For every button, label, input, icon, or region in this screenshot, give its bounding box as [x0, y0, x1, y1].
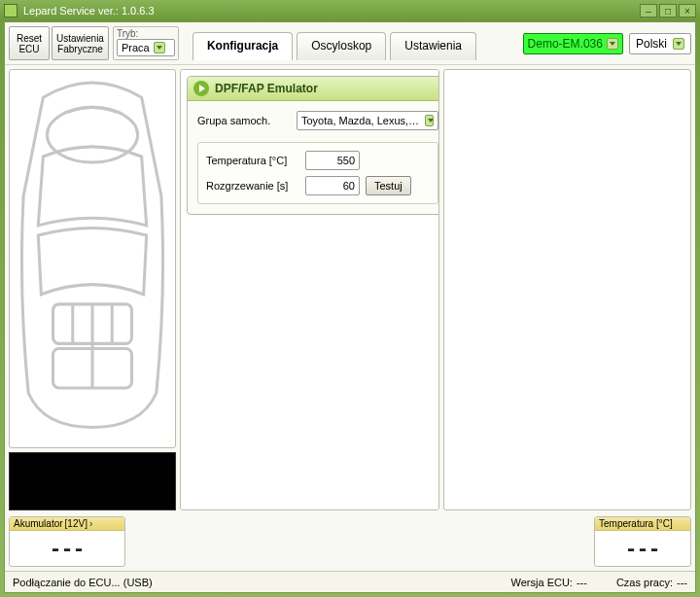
- app-icon: [4, 4, 18, 18]
- mode-box: Tryb: Praca: [113, 26, 179, 60]
- ecu-version-label: Wersja ECU:: [511, 577, 573, 588]
- battery-gauge-unit: [12V]: [65, 518, 88, 529]
- left-column: [9, 69, 176, 510]
- language-label: Polski: [636, 37, 667, 51]
- temperature-gauge-label: Temperatura [°C]: [599, 518, 673, 529]
- warmup-input[interactable]: [305, 176, 360, 195]
- statusbar: Podłączanie do ECU... (USB) Wersja ECU: …: [5, 571, 695, 592]
- uptime-value: ---: [677, 577, 687, 588]
- temperature-label: Temperatura [°C]: [206, 155, 299, 166]
- window-title: Lepard Service ver.: 1.0.6.3: [23, 5, 640, 17]
- expand-icon[interactable]: ›: [89, 518, 92, 529]
- chevron-down-icon: [673, 38, 684, 50]
- client-area: Reset ECU Ustawienia Fabryczne Tryb: Pra…: [4, 21, 696, 593]
- battery-gauge-label: Akumulator: [14, 518, 63, 529]
- factory-settings-button[interactable]: Ustawienia Fabryczne: [52, 26, 109, 60]
- minimize-button[interactable]: –: [640, 4, 657, 18]
- device-combo[interactable]: Demo-EM.036: [523, 33, 623, 54]
- temperature-gauge: Temperatura [°C] ---: [594, 516, 691, 567]
- car-diagram-icon: [14, 78, 171, 433]
- battery-gauge: Akumulator [12V] › ---: [9, 516, 125, 567]
- ecu-version-value: ---: [577, 577, 587, 588]
- params-box: Temperatura [°C] Rozgrzewanie [s] Testuj: [197, 142, 438, 204]
- right-empty-panel: [443, 69, 691, 510]
- app-window: Lepard Service ver.: 1.0.6.3 – □ × Reset…: [0, 0, 700, 597]
- tab-konfiguracja[interactable]: Konfiguracja: [192, 32, 293, 60]
- device-label: Demo-EM.036: [528, 37, 603, 51]
- temperature-input[interactable]: [305, 151, 360, 170]
- group-title: DPF/FAP Emulator: [215, 82, 318, 95]
- test-button[interactable]: Testuj: [366, 176, 411, 195]
- group-header[interactable]: DPF/FAP Emulator: [188, 77, 439, 101]
- mode-value: Praca: [122, 42, 150, 53]
- content-row: DPF/FAP Emulator Grupa samoch. Toyota, M…: [5, 65, 695, 514]
- language-combo[interactable]: Polski: [629, 33, 691, 54]
- chevron-down-icon: [154, 42, 165, 53]
- titlebar[interactable]: Lepard Service ver.: 1.0.6.3 – □ ×: [0, 0, 700, 21]
- toolbar: Reset ECU Ustawienia Fabryczne Tryb: Pra…: [5, 22, 695, 65]
- reset-ecu-button[interactable]: Reset ECU: [9, 26, 50, 60]
- battery-gauge-value: ---: [10, 531, 124, 566]
- dpf-emulator-group: DPF/FAP Emulator Grupa samoch. Toyota, M…: [187, 76, 439, 215]
- mode-label: Tryb:: [117, 28, 175, 39]
- car-group-label: Grupa samoch.: [197, 115, 291, 126]
- car-group-value: Toyota, Mazda, Lexus, Nissan (Denso): [301, 115, 421, 126]
- maximize-button[interactable]: □: [659, 4, 677, 18]
- chevron-down-icon: [607, 38, 618, 50]
- mode-select[interactable]: Praca: [117, 39, 175, 56]
- car-diagram-panel: [9, 69, 176, 448]
- svg-point-2: [47, 107, 137, 162]
- gauges-row: Akumulator [12V] › --- Temperatura [°C] …: [5, 514, 695, 571]
- warmup-label: Rozgrzewanie [s]: [206, 180, 299, 192]
- tabs: Konfiguracja Oscyloskop Ustawienia: [192, 26, 476, 60]
- status-connection: Podłączanie do ECU... (USB): [13, 577, 153, 588]
- info-display: [9, 452, 176, 510]
- temperature-gauge-value: ---: [595, 531, 690, 566]
- config-panel: DPF/FAP Emulator Grupa samoch. Toyota, M…: [180, 69, 439, 510]
- tab-ustawienia[interactable]: Ustawienia: [390, 32, 476, 60]
- uptime-label: Czas pracy:: [616, 577, 673, 588]
- main-column: DPF/FAP Emulator Grupa samoch. Toyota, M…: [180, 69, 691, 510]
- arrow-right-icon: [193, 81, 209, 96]
- tab-oscyloskop[interactable]: Oscyloskop: [297, 32, 386, 60]
- chevron-down-icon: [425, 115, 434, 126]
- close-button[interactable]: ×: [679, 4, 696, 18]
- car-group-combo[interactable]: Toyota, Mazda, Lexus, Nissan (Denso): [297, 111, 438, 130]
